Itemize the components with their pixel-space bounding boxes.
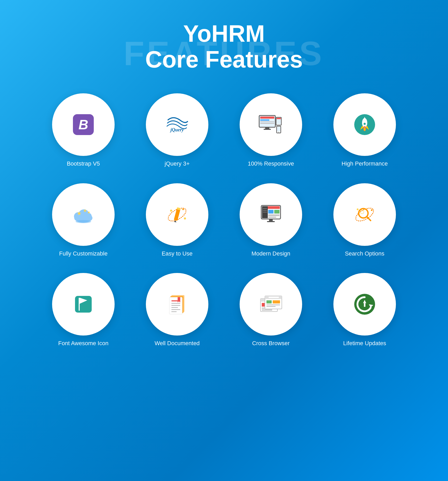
svg-rect-7 <box>265 127 269 129</box>
feature-circle-welldocumented <box>146 273 208 336</box>
svg-rect-84 <box>273 300 280 303</box>
feature-label-moderndesign: Modern Design <box>251 250 290 258</box>
moderndesign-icon <box>258 202 284 228</box>
feature-customizable: Fully Customizable <box>47 183 120 258</box>
feature-easytouse: Easy to Use <box>141 183 214 258</box>
svg-rect-91 <box>364 303 365 307</box>
feature-performance: High Performance <box>328 93 401 168</box>
svg-rect-83 <box>266 300 272 303</box>
svg-rect-67 <box>171 309 180 310</box>
crossbrowser-icon <box>258 291 284 317</box>
svg-rect-8 <box>264 129 271 130</box>
svg-point-55 <box>357 208 359 210</box>
feature-circle-fontawesome <box>52 273 115 336</box>
svg-rect-87 <box>269 297 279 298</box>
feature-responsive: 100% Responsive <box>234 93 307 168</box>
jquery-icon: jQuery <box>164 112 190 138</box>
feature-welldocumented: Well Documented <box>141 273 214 347</box>
svg-rect-78 <box>262 309 272 310</box>
svg-rect-46 <box>263 208 267 209</box>
lifetimeupdates-icon <box>352 291 378 317</box>
fontawesome-icon <box>70 291 96 317</box>
feature-moderndesign: Modern Design <box>234 183 307 258</box>
svg-rect-85 <box>266 305 280 305</box>
feature-label-performance: High Performance <box>341 160 388 168</box>
feature-circle-moderndesign <box>240 183 302 246</box>
features-grid: B Bootstrap V5 jQuery jQuery <box>47 93 401 347</box>
feature-circle-responsive <box>240 93 302 156</box>
svg-rect-48 <box>263 212 267 212</box>
svg-point-26 <box>84 213 92 220</box>
feature-label-bootstrap: Bootstrap V5 <box>67 160 100 168</box>
title-line1: YoHRM <box>183 21 265 47</box>
customizable-icon <box>70 202 96 228</box>
feature-jquery: jQuery jQuery 3+ <box>141 93 214 168</box>
feature-circle-performance <box>333 93 396 156</box>
svg-rect-44 <box>268 215 279 216</box>
title-line2: Core Features <box>145 46 303 72</box>
svg-point-56 <box>371 209 372 211</box>
svg-rect-86 <box>266 306 276 307</box>
feature-lifetimeupdates: Lifetime Updates <box>328 273 401 347</box>
feature-searchoptions: Search Options <box>328 183 401 258</box>
feature-label-jquery: jQuery 3+ <box>165 160 190 168</box>
svg-rect-41 <box>268 206 280 209</box>
feature-circle-easytouse <box>146 183 208 246</box>
feature-label-searchoptions: Search Options <box>345 250 384 258</box>
svg-rect-11 <box>277 118 281 119</box>
svg-rect-45 <box>268 217 276 218</box>
svg-text:jQuery: jQuery <box>170 127 184 132</box>
header-section: YoHRM Core Features <box>145 21 303 72</box>
svg-rect-3 <box>260 117 274 119</box>
svg-point-37 <box>184 217 186 220</box>
feature-label-easytouse: Easy to Use <box>162 250 193 258</box>
feature-label-welldocumented: Well Documented <box>154 340 200 347</box>
svg-rect-68 <box>171 311 177 312</box>
svg-point-22 <box>364 128 365 131</box>
feature-circle-lifetimeupdates <box>333 273 396 336</box>
svg-rect-57 <box>75 296 92 313</box>
welldocumented-icon <box>164 291 190 317</box>
svg-rect-58 <box>79 298 80 311</box>
svg-point-35 <box>170 210 172 212</box>
svg-rect-4 <box>260 119 269 121</box>
page-title: YoHRM Core Features <box>145 21 303 72</box>
feature-label-responsive: 100% Responsive <box>248 160 294 168</box>
feature-circle-jquery: jQuery <box>146 93 208 156</box>
feature-fontawesome: Font Awesome Icon <box>47 273 120 347</box>
svg-rect-66 <box>171 307 178 308</box>
svg-point-20 <box>363 123 366 125</box>
responsive-icon <box>258 112 284 138</box>
feature-bootstrap: B Bootstrap V5 <box>47 93 120 168</box>
svg-rect-50 <box>267 221 275 222</box>
feature-circle-crossbrowser <box>240 273 302 336</box>
easytouse-icon <box>164 202 190 228</box>
feature-crossbrowser: Cross Browser <box>234 273 307 347</box>
performance-icon <box>352 112 378 138</box>
svg-rect-5 <box>260 121 274 122</box>
svg-rect-65 <box>171 305 180 306</box>
feature-circle-bootstrap: B <box>52 93 115 156</box>
feature-label-crossbrowser: Cross Browser <box>252 340 290 347</box>
svg-rect-43 <box>274 210 279 214</box>
svg-point-36 <box>182 209 184 210</box>
svg-rect-49 <box>269 219 273 221</box>
svg-rect-6 <box>260 123 274 124</box>
bootstrap-icon: B <box>70 112 96 138</box>
feature-label-customizable: Fully Customizable <box>59 250 108 258</box>
feature-label-fontawesome: Font Awesome Icon <box>58 340 109 347</box>
svg-rect-64 <box>171 303 180 304</box>
svg-rect-13 <box>277 127 280 131</box>
feature-circle-customizable <box>52 183 115 246</box>
feature-label-lifetimeupdates: Lifetime Updates <box>343 340 386 347</box>
svg-rect-42 <box>268 210 273 214</box>
searchoptions-icon <box>352 202 378 228</box>
svg-rect-47 <box>263 210 267 211</box>
feature-circle-searchoptions <box>333 183 396 246</box>
svg-point-30 <box>76 220 91 223</box>
svg-point-14 <box>278 132 279 133</box>
